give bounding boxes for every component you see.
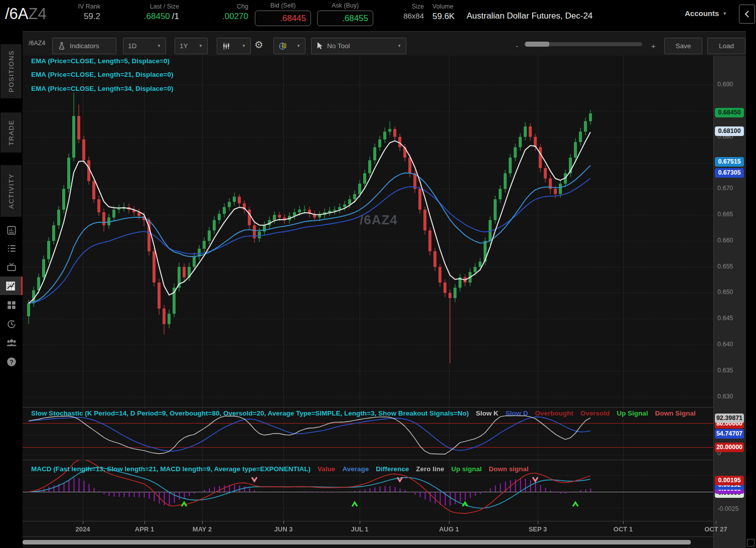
range-dropdown[interactable]: 1Y ▼ (175, 38, 208, 54)
price-tick: 0.645 (717, 315, 733, 322)
help-icon[interactable]: ? (0, 352, 23, 371)
indicators-button[interactable]: Indicators (52, 38, 116, 54)
gear-icon[interactable]: ⚙ (254, 39, 263, 51)
timeframe-dropdown[interactable]: 1D ▼ (123, 38, 166, 54)
legend-item: Down Signal (655, 409, 696, 417)
legend-item: Up signal (451, 465, 482, 473)
history-icon[interactable] (0, 315, 23, 333)
time-tick (449, 521, 449, 524)
legend-item: Slow D (505, 409, 528, 417)
legend-item: Overbought (535, 409, 573, 417)
drawing-tool-value: No Tool (327, 42, 350, 50)
time-tick (283, 521, 284, 524)
patterns-dropdown[interactable]: ▼ (273, 38, 306, 54)
timeframe-value: 1D (128, 42, 136, 50)
stochastic-axis-bubble: 92.39871 (715, 414, 744, 423)
time-tick (623, 521, 624, 524)
chevron-down-icon: ▼ (296, 44, 300, 48)
size-field: Size 86x84 (395, 3, 424, 20)
bid-button[interactable]: .68445 (255, 11, 311, 26)
panel-divider[interactable] (23, 460, 746, 460)
time-label: APR 1 (135, 525, 154, 533)
legend-item: Average (342, 465, 369, 473)
time-label: JUN 3 (274, 525, 293, 533)
quote-header: /6AZ4 IV Rank 59.2 Last / Size .68450/1 … (0, 0, 756, 31)
bid-label: Bid (Sell) (255, 2, 311, 9)
left-sidebar: POSITIONS TRADE ACTIVITY ? (0, 31, 23, 548)
bid-field: Bid (Sell) .68445 (255, 2, 311, 26)
zoom-slider-track[interactable] (524, 42, 642, 46)
grid-icon[interactable] (0, 296, 23, 314)
ema34-label: EMA (Price=CLOSE, Length=34, Displace=0) (31, 85, 173, 92)
last-size-label: Last / Size (118, 3, 179, 10)
chart-icon[interactable] (0, 277, 23, 295)
price-tick: 0.665 (717, 211, 733, 218)
tv-icon[interactable] (0, 257, 23, 276)
range-value: 1Y (180, 42, 188, 50)
time-tick (202, 521, 203, 524)
stochastic-title: Slow Stochastic (K Period=14, D Period=9… (31, 409, 711, 417)
load-button[interactable]: Load (707, 38, 745, 54)
legend-item: Value (318, 465, 335, 473)
ask-value: .68455 (342, 14, 368, 24)
chevron-left-icon (744, 10, 750, 18)
volume-label: Volume (432, 3, 455, 10)
time-label: AUG 1 (439, 525, 459, 533)
list-icon[interactable] (0, 239, 23, 257)
legend-item: Zero line (416, 465, 444, 473)
time-label: OCT 27 (704, 525, 727, 533)
people-icon[interactable] (0, 333, 23, 352)
price-tick: 0.650 (717, 289, 733, 296)
news-icon[interactable] (0, 221, 23, 239)
accounts-menu[interactable]: Accounts ▼ (685, 9, 727, 18)
zoom-out-button[interactable]: - (516, 42, 518, 50)
sidebar-tab-activity[interactable]: ACTIVITY (1, 165, 22, 217)
price-chart[interactable] (23, 56, 713, 407)
ask-button[interactable]: .68455 (317, 11, 373, 26)
load-label: Load (719, 42, 734, 50)
price-tick: 0.655 (717, 263, 733, 270)
price-axis[interactable]: 0.6900.6850.6800.6750.6700.6650.6600.655… (713, 56, 746, 548)
cursor-icon (316, 42, 324, 50)
accounts-label: Accounts (685, 9, 719, 18)
collapse-panel-button[interactable] (739, 5, 755, 24)
chg-label: Chg (208, 3, 248, 10)
sidebar-tab-positions[interactable]: POSITIONS (1, 44, 22, 98)
legend-item: Oversold (580, 409, 610, 417)
patterns-icon (278, 42, 287, 51)
zoom-slider-handle[interactable] (525, 42, 549, 47)
ema21-label: EMA (Price=CLOSE, Length=21, Displace=0) (31, 71, 173, 78)
horizontal-scrollbar[interactable] (23, 540, 691, 544)
sidebar-tab-trade[interactable]: TRADE (1, 112, 22, 153)
time-axis[interactable]: 2024APR 1MAY 2JUN 3JUL 1AUG 1SEP 3OCT 1O… (23, 521, 746, 536)
save-button[interactable]: Save (664, 38, 702, 54)
candlestick-icon (222, 42, 231, 51)
chevron-down-icon: ▼ (397, 44, 401, 48)
iv-rank-field: IV Rank 59.2 (63, 3, 100, 22)
last-size-field: Last / Size .68450/1 (118, 3, 179, 22)
zoom-in-button[interactable]: + (651, 42, 656, 50)
stochastic-axis-bubble: 20.00000 (715, 443, 744, 452)
price-tick: 0.670 (717, 185, 733, 192)
time-tick (83, 521, 83, 524)
chg-value: .00270 (208, 12, 248, 22)
chart-toolbar: /6AZ4 Indicators 1D ▼ 1Y ▼ ▼ ⚙ ▼ (23, 32, 746, 56)
drawing-tool-dropdown[interactable]: No Tool ▼ (311, 38, 406, 54)
time-label: JUL 1 (351, 525, 368, 533)
ask-label: Ask (Buy) (317, 2, 373, 9)
save-label: Save (676, 42, 691, 50)
price-tick: 0.640 (717, 341, 733, 348)
size-label: Size (395, 3, 424, 10)
symbol-suffix: Z4 (29, 5, 47, 23)
ask-field: Ask (Buy) .68455 (317, 2, 373, 26)
volume-field: Volume 59.6K (432, 3, 455, 22)
ema5-label: EMA (Price=CLOSE, Length=5, Displace=0) (31, 57, 170, 65)
stochastic-axis-bubble: 54.74707 (715, 429, 744, 439)
chart-widget: /6AZ4 Indicators 1D ▼ 1Y ▼ ▼ ⚙ ▼ (23, 31, 746, 548)
panel-divider[interactable] (23, 407, 746, 407)
resize-corner[interactable] (747, 539, 754, 546)
chart-type-dropdown[interactable]: ▼ (217, 38, 251, 54)
instrument-description: Australian Dollar Futures, Dec-24 (467, 11, 592, 21)
time-label: OCT 1 (614, 525, 633, 533)
price-axis-bubble: 0.68100 (715, 126, 744, 136)
